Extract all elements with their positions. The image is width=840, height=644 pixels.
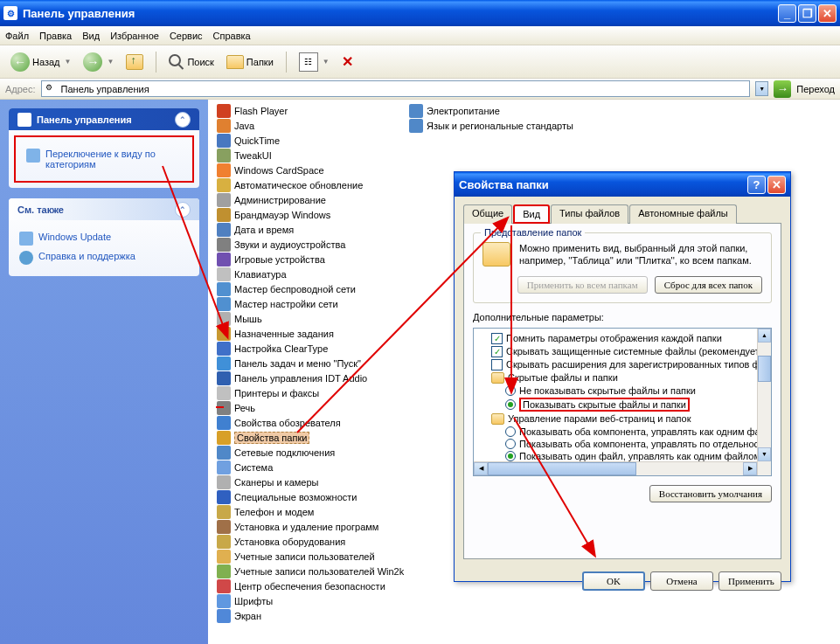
cpl-item[interactable]: Flash Player: [215, 103, 407, 118]
cpl-item[interactable]: Панель задач и меню "Пуск": [215, 356, 407, 370]
back-button[interactable]: ← Назад ▼: [7, 51, 74, 73]
scroll-up-button[interactable]: ▲: [758, 329, 771, 343]
cpl-item[interactable]: Мастер настройки сети: [215, 296, 407, 311]
cpl-item[interactable]: Назначенные задания: [215, 326, 407, 341]
ok-button[interactable]: OK: [582, 571, 645, 591]
menu-help[interactable]: Справка: [213, 31, 251, 41]
apply-all-folders-button[interactable]: Применить ко всем папкам: [517, 276, 648, 294]
go-button[interactable]: →: [774, 80, 791, 98]
dialog-titlebar: Свойства папки ? ✕: [455, 172, 790, 197]
cpl-item[interactable]: Автоматическое обновление: [215, 177, 407, 192]
up-button[interactable]: [122, 52, 147, 72]
cpl-icon: [217, 149, 231, 163]
cpl-item[interactable]: Java: [215, 118, 407, 133]
scroll-thumb[interactable]: [488, 462, 636, 475]
tree-item[interactable]: Показывать оба компонента, управлять по …: [477, 438, 767, 450]
cpl-icon: [217, 520, 231, 534]
collapse-icon[interactable]: ⌃: [175, 112, 191, 128]
cpl-item[interactable]: Система: [215, 460, 407, 474]
collapse-icon[interactable]: ⌃: [175, 202, 191, 218]
switch-view-link[interactable]: Переключение к виду по категориям: [26, 146, 182, 172]
address-dropdown[interactable]: ▼: [755, 81, 768, 96]
close-button[interactable]: ✕: [818, 4, 837, 23]
cpl-item[interactable]: Центр обеспечения безопасности: [215, 578, 407, 593]
cpl-item[interactable]: Брандмауэр Windows: [215, 207, 407, 222]
tab-offline[interactable]: Автономные файлы: [629, 204, 737, 224]
cpl-item[interactable]: Свойства обозревателя: [215, 415, 407, 430]
minimize-button[interactable]: _: [778, 4, 796, 23]
sidebar-link-windows-update[interactable]: Windows Update: [19, 229, 189, 248]
cpl-item[interactable]: Клавиатура: [215, 267, 407, 281]
menu-file[interactable]: Файл: [5, 31, 29, 41]
control-panel-icon: ⚙: [45, 83, 58, 95]
scroll-thumb[interactable]: [758, 356, 771, 382]
search-button[interactable]: Поиск: [165, 52, 217, 72]
cpl-item[interactable]: Учетные записи пользователей Win2k: [215, 564, 407, 578]
cpl-icon: [217, 119, 231, 133]
delete-button[interactable]: ✕: [338, 52, 357, 72]
cpl-icon: [217, 104, 231, 118]
cpl-item[interactable]: Администрирование: [215, 192, 407, 207]
cpl-item[interactable]: Речь: [215, 400, 407, 415]
cpl-item[interactable]: Шрифты: [215, 593, 407, 608]
cpl-item[interactable]: Принтеры и факсы: [215, 385, 407, 400]
menu-edit[interactable]: Правка: [39, 31, 72, 41]
cpl-item[interactable]: Сканеры и камеры: [215, 474, 407, 489]
tree-item[interactable]: ✓Помнить параметры отображения каждой па…: [477, 332, 767, 345]
menu-favorites[interactable]: Избранное: [110, 31, 159, 41]
tree-item[interactable]: Показывать скрытые файлы и папки: [477, 397, 767, 412]
cpl-item[interactable]: Панель управления IDT Audio: [215, 370, 407, 385]
apply-button[interactable]: Применить: [719, 571, 781, 591]
views-button[interactable]: ☷ ▼: [295, 51, 333, 73]
cpl-icon: [217, 535, 231, 549]
cpl-item[interactable]: Установка оборудования: [215, 534, 407, 549]
address-field[interactable]: ⚙ Панель управления: [41, 80, 751, 97]
cancel-button[interactable]: Отмена: [650, 571, 713, 591]
forward-button[interactable]: → ▼: [80, 51, 117, 73]
cpl-item[interactable]: Телефон и модем: [215, 504, 407, 519]
cpl-item[interactable]: QuickTime: [215, 133, 407, 148]
reset-all-folders-button[interactable]: Сброс для всех папок: [655, 276, 762, 294]
tab-general[interactable]: Общие: [463, 204, 512, 224]
horizontal-scrollbar[interactable]: ◀ ▶: [474, 461, 757, 475]
cpl-item[interactable]: Свойства папки: [215, 430, 407, 445]
cpl-item[interactable]: Звуки и аудиоустройства: [215, 237, 407, 252]
menu-view[interactable]: Вид: [82, 31, 100, 41]
scroll-right-button[interactable]: ▶: [743, 462, 757, 475]
folders-button[interactable]: Папки: [223, 53, 277, 71]
scroll-left-button[interactable]: ◀: [474, 462, 488, 475]
cpl-item[interactable]: Настройка ClearType: [215, 341, 407, 356]
tree-item[interactable]: Показывать оба компонента, управлять как…: [477, 426, 767, 438]
tree-item[interactable]: Не показывать скрытые файлы и папки: [477, 384, 767, 397]
tree-item[interactable]: Показывать один файл, управлять как одни…: [477, 450, 767, 462]
cpl-item[interactable]: TweakUI: [215, 148, 407, 163]
cpl-item[interactable]: Электропитание: [407, 103, 600, 118]
cpl-item[interactable]: Сетевые подключения: [215, 445, 407, 460]
tree-item[interactable]: ✓Скрывать защищенные системные файлы (ре…: [477, 345, 767, 358]
maximize-button[interactable]: ❐: [798, 4, 816, 23]
folder-views-group: Представление папок Можно применить вид,…: [473, 232, 772, 303]
dialog-help-button[interactable]: ?: [747, 176, 766, 194]
scroll-down-button[interactable]: ▼: [758, 447, 771, 461]
tree-item[interactable]: Управление парами веб-страниц и папок: [477, 412, 767, 426]
tree-item[interactable]: Скрывать расширения для зарегистрированн…: [477, 358, 767, 371]
cpl-item[interactable]: Дата и время: [215, 222, 407, 237]
cpl-item[interactable]: Мастер беспроводной сети: [215, 281, 407, 296]
cpl-item[interactable]: Специальные возможности: [215, 489, 407, 504]
restore-defaults-button[interactable]: Восстановить умолчания: [649, 485, 772, 502]
cpl-item[interactable]: Мышь: [215, 311, 407, 326]
tab-filetypes[interactable]: Типы файлов: [551, 204, 628, 224]
cpl-item[interactable]: Windows CardSpace: [215, 163, 407, 177]
dialog-close-button[interactable]: ✕: [767, 176, 786, 194]
advanced-tree[interactable]: ✓Помнить параметры отображения каждой па…: [473, 328, 772, 476]
cpl-item[interactable]: Экран: [215, 608, 407, 623]
cpl-item[interactable]: Игровые устройства: [215, 252, 407, 267]
cpl-item[interactable]: Язык и региональные стандарты: [407, 118, 600, 133]
cpl-item[interactable]: Учетные записи пользователей: [215, 549, 407, 564]
vertical-scrollbar[interactable]: ▲ ▼: [757, 329, 771, 475]
cpl-item[interactable]: Установка и удаление программ: [215, 519, 407, 534]
menu-tools[interactable]: Сервис: [170, 31, 203, 41]
tab-view[interactable]: Вид: [513, 204, 550, 224]
tree-item[interactable]: Скрытые файлы и папки: [477, 371, 767, 384]
sidebar-link-help[interactable]: Справка и поддержка: [19, 248, 189, 267]
